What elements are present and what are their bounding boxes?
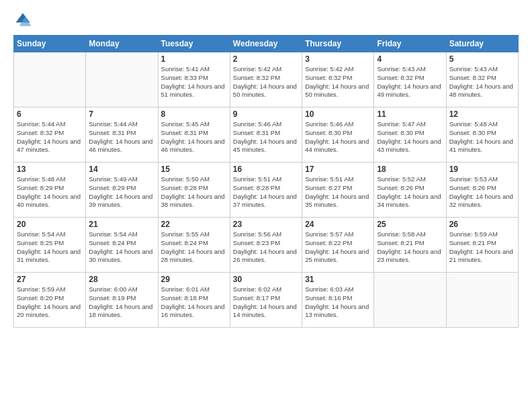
day-info: Sunrise: 5:53 AMSunset: 8:26 PMDaylight:… bbox=[449, 175, 515, 210]
day-number: 15 bbox=[161, 165, 227, 174]
day-number: 5 bbox=[449, 54, 515, 64]
day-info: Sunrise: 6:03 AMSunset: 8:16 PMDaylight:… bbox=[305, 285, 371, 320]
day-number: 17 bbox=[305, 165, 371, 174]
calendar-cell: 11Sunrise: 5:47 AMSunset: 8:30 PMDayligh… bbox=[374, 107, 446, 163]
logo-icon bbox=[13, 11, 32, 30]
day-number: 22 bbox=[161, 220, 227, 229]
calendar-week-row: 27Sunrise: 5:59 AMSunset: 8:20 PMDayligh… bbox=[14, 273, 519, 328]
day-number: 4 bbox=[377, 54, 443, 64]
calendar-cell: 10Sunrise: 5:46 AMSunset: 8:30 PMDayligh… bbox=[302, 107, 374, 163]
day-info: Sunrise: 5:51 AMSunset: 8:27 PMDaylight:… bbox=[305, 175, 371, 210]
weekday-header: Sunday bbox=[14, 36, 86, 52]
day-info: Sunrise: 5:44 AMSunset: 8:32 PMDaylight:… bbox=[17, 120, 83, 154]
day-info: Sunrise: 5:46 AMSunset: 8:31 PMDaylight:… bbox=[233, 120, 299, 154]
calendar-cell: 15Sunrise: 5:50 AMSunset: 8:28 PMDayligh… bbox=[158, 163, 230, 218]
day-info: Sunrise: 5:51 AMSunset: 8:28 PMDaylight:… bbox=[233, 175, 299, 210]
calendar-table: SundayMondayTuesdayWednesdayThursdayFrid… bbox=[13, 35, 519, 328]
calendar-cell: 9Sunrise: 5:46 AMSunset: 8:31 PMDaylight… bbox=[230, 107, 302, 163]
calendar-cell bbox=[14, 52, 86, 107]
day-info: Sunrise: 5:54 AMSunset: 8:24 PMDaylight:… bbox=[89, 230, 154, 265]
day-info: Sunrise: 5:55 AMSunset: 8:24 PMDaylight:… bbox=[161, 230, 227, 265]
calendar-cell: 26Sunrise: 5:59 AMSunset: 8:21 PMDayligh… bbox=[446, 218, 518, 273]
calendar-week-row: 6Sunrise: 5:44 AMSunset: 8:32 PMDaylight… bbox=[14, 107, 519, 163]
day-info: Sunrise: 5:49 AMSunset: 8:29 PMDaylight:… bbox=[89, 175, 154, 210]
calendar-cell: 2Sunrise: 5:42 AMSunset: 8:32 PMDaylight… bbox=[230, 52, 302, 107]
day-number: 28 bbox=[89, 275, 154, 284]
day-info: Sunrise: 5:59 AMSunset: 8:20 PMDaylight:… bbox=[17, 285, 83, 320]
day-number: 13 bbox=[17, 165, 83, 174]
calendar-cell: 29Sunrise: 6:01 AMSunset: 8:18 PMDayligh… bbox=[158, 273, 230, 328]
weekday-header: Thursday bbox=[302, 36, 374, 52]
day-number: 25 bbox=[377, 220, 443, 229]
calendar-cell: 31Sunrise: 6:03 AMSunset: 8:16 PMDayligh… bbox=[302, 273, 374, 328]
day-info: Sunrise: 5:54 AMSunset: 8:25 PMDaylight:… bbox=[17, 230, 83, 265]
calendar-cell: 6Sunrise: 5:44 AMSunset: 8:32 PMDaylight… bbox=[14, 107, 86, 163]
day-number: 10 bbox=[305, 109, 371, 119]
calendar-cell: 22Sunrise: 5:55 AMSunset: 8:24 PMDayligh… bbox=[158, 218, 230, 273]
day-number: 24 bbox=[305, 220, 371, 229]
weekday-header: Saturday bbox=[446, 36, 518, 52]
day-info: Sunrise: 5:56 AMSunset: 8:23 PMDaylight:… bbox=[233, 230, 299, 265]
day-number: 2 bbox=[233, 54, 299, 64]
day-info: Sunrise: 5:46 AMSunset: 8:30 PMDaylight:… bbox=[305, 120, 371, 154]
page: SundayMondayTuesdayWednesdayThursdayFrid… bbox=[0, 0, 532, 411]
day-info: Sunrise: 5:42 AMSunset: 8:32 PMDaylight:… bbox=[233, 65, 299, 99]
calendar-cell: 23Sunrise: 5:56 AMSunset: 8:23 PMDayligh… bbox=[230, 218, 302, 273]
day-number: 11 bbox=[377, 109, 443, 119]
calendar-cell: 3Sunrise: 5:42 AMSunset: 8:32 PMDaylight… bbox=[302, 52, 374, 107]
day-info: Sunrise: 6:02 AMSunset: 8:17 PMDaylight:… bbox=[233, 285, 299, 320]
calendar-cell: 30Sunrise: 6:02 AMSunset: 8:17 PMDayligh… bbox=[230, 273, 302, 328]
calendar-cell: 16Sunrise: 5:51 AMSunset: 8:28 PMDayligh… bbox=[230, 163, 302, 218]
weekday-header: Monday bbox=[86, 36, 158, 52]
day-number: 21 bbox=[89, 220, 154, 229]
day-info: Sunrise: 5:48 AMSunset: 8:30 PMDaylight:… bbox=[449, 120, 515, 154]
calendar-cell: 20Sunrise: 5:54 AMSunset: 8:25 PMDayligh… bbox=[14, 218, 86, 273]
weekday-header: Friday bbox=[374, 36, 446, 52]
day-number: 29 bbox=[161, 275, 227, 284]
calendar-cell: 24Sunrise: 5:57 AMSunset: 8:22 PMDayligh… bbox=[302, 218, 374, 273]
day-info: Sunrise: 5:59 AMSunset: 8:21 PMDaylight:… bbox=[449, 230, 515, 265]
calendar-cell: 1Sunrise: 5:41 AMSunset: 8:33 PMDaylight… bbox=[158, 52, 230, 107]
calendar-cell: 19Sunrise: 5:53 AMSunset: 8:26 PMDayligh… bbox=[446, 163, 518, 218]
day-info: Sunrise: 5:43 AMSunset: 8:32 PMDaylight:… bbox=[449, 65, 515, 99]
calendar-week-row: 1Sunrise: 5:41 AMSunset: 8:33 PMDaylight… bbox=[14, 52, 519, 107]
calendar-cell: 17Sunrise: 5:51 AMSunset: 8:27 PMDayligh… bbox=[302, 163, 374, 218]
day-number: 16 bbox=[233, 165, 299, 174]
day-info: Sunrise: 5:58 AMSunset: 8:21 PMDaylight:… bbox=[377, 230, 443, 265]
day-info: Sunrise: 5:52 AMSunset: 8:26 PMDaylight:… bbox=[377, 175, 443, 210]
calendar-cell: 13Sunrise: 5:48 AMSunset: 8:29 PMDayligh… bbox=[14, 163, 86, 218]
calendar-cell: 28Sunrise: 6:00 AMSunset: 8:19 PMDayligh… bbox=[86, 273, 158, 328]
calendar-cell: 18Sunrise: 5:52 AMSunset: 8:26 PMDayligh… bbox=[374, 163, 446, 218]
day-info: Sunrise: 5:57 AMSunset: 8:22 PMDaylight:… bbox=[305, 230, 371, 265]
header bbox=[13, 11, 519, 30]
calendar-cell: 8Sunrise: 5:45 AMSunset: 8:31 PMDaylight… bbox=[158, 107, 230, 163]
day-number: 19 bbox=[449, 165, 515, 174]
calendar-cell: 5Sunrise: 5:43 AMSunset: 8:32 PMDaylight… bbox=[446, 52, 518, 107]
day-number: 20 bbox=[17, 220, 83, 229]
day-number: 7 bbox=[89, 109, 154, 119]
day-number: 1 bbox=[161, 54, 227, 64]
day-number: 23 bbox=[233, 220, 299, 229]
calendar-cell bbox=[86, 52, 158, 107]
calendar-cell: 4Sunrise: 5:43 AMSunset: 8:32 PMDaylight… bbox=[374, 52, 446, 107]
calendar-cell bbox=[446, 273, 518, 328]
calendar-week-row: 13Sunrise: 5:48 AMSunset: 8:29 PMDayligh… bbox=[14, 163, 519, 218]
day-number: 18 bbox=[377, 165, 443, 174]
day-info: Sunrise: 5:43 AMSunset: 8:32 PMDaylight:… bbox=[377, 65, 443, 99]
day-info: Sunrise: 6:01 AMSunset: 8:18 PMDaylight:… bbox=[161, 285, 227, 320]
calendar-cell: 12Sunrise: 5:48 AMSunset: 8:30 PMDayligh… bbox=[446, 107, 518, 163]
day-number: 12 bbox=[449, 109, 515, 119]
day-number: 3 bbox=[305, 54, 371, 64]
day-info: Sunrise: 5:42 AMSunset: 8:32 PMDaylight:… bbox=[305, 65, 371, 99]
day-number: 31 bbox=[305, 275, 371, 284]
day-info: Sunrise: 5:41 AMSunset: 8:33 PMDaylight:… bbox=[161, 65, 227, 99]
day-info: Sunrise: 5:44 AMSunset: 8:31 PMDaylight:… bbox=[89, 120, 154, 154]
calendar-cell: 27Sunrise: 5:59 AMSunset: 8:20 PMDayligh… bbox=[14, 273, 86, 328]
calendar-week-row: 20Sunrise: 5:54 AMSunset: 8:25 PMDayligh… bbox=[14, 218, 519, 273]
logo bbox=[13, 11, 35, 30]
day-info: Sunrise: 5:45 AMSunset: 8:31 PMDaylight:… bbox=[161, 120, 227, 154]
weekday-header: Wednesday bbox=[230, 36, 302, 52]
calendar-cell: 21Sunrise: 5:54 AMSunset: 8:24 PMDayligh… bbox=[86, 218, 158, 273]
day-number: 9 bbox=[233, 109, 299, 119]
day-number: 27 bbox=[17, 275, 83, 284]
